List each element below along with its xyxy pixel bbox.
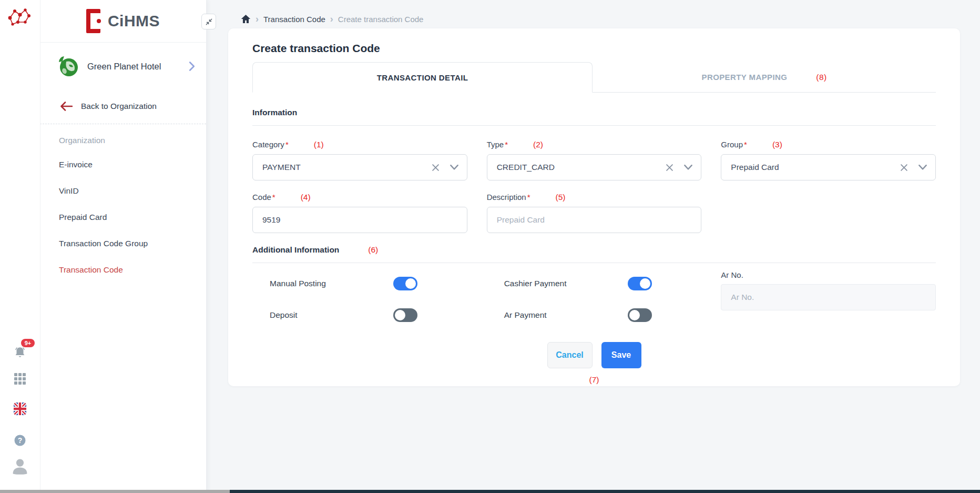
section-divider (252, 125, 936, 126)
additional-fields: Manual Posting Cashier Payment Ar No. De… (252, 270, 936, 328)
breadcrumb-transaction-code[interactable]: Transaction Code (263, 15, 325, 24)
required-asterisk: * (505, 140, 508, 149)
category-chevron-down-icon[interactable] (450, 165, 458, 170)
cancel-button[interactable]: Cancel (547, 342, 593, 368)
uk-flag-icon (14, 403, 26, 415)
sidebar-item-e-invoice[interactable]: E-invoice (59, 152, 206, 178)
annotation-6: (6) (368, 245, 378, 255)
category-field: Category* (1) PAYMENT (252, 140, 467, 180)
arrow-left-icon (60, 102, 73, 111)
green-planet-icon (56, 54, 80, 78)
annotation-5: (5) (556, 193, 566, 202)
cihms-door-icon (86, 9, 103, 34)
sidebar-item-prepaid-card[interactable]: Prepaid Card (59, 204, 206, 230)
bell-icon (13, 346, 27, 359)
required-asterisk: * (744, 140, 747, 149)
ar-payment-toggle[interactable] (628, 308, 652, 322)
form-actions: Cancel Save (252, 342, 936, 368)
group-value: Prepaid Card (731, 163, 890, 172)
type-field: Type* (2) CREDIT_CARD (487, 140, 702, 180)
toggle-knob (629, 310, 640, 320)
annotation-3: (3) (772, 140, 782, 149)
scrollbar-track (230, 490, 980, 493)
svg-text:?: ? (18, 436, 23, 445)
information-section-header: Information (252, 108, 936, 117)
sidebar: CiHMS Green Planet Hotel Back to Organiz… (40, 0, 207, 493)
type-chevron-down-icon[interactable] (684, 165, 692, 170)
notification-badge: 9+ (21, 339, 35, 347)
category-value: PAYMENT (262, 163, 421, 172)
breadcrumb-current: Create transaction Code (338, 15, 424, 24)
toggle-knob (640, 278, 650, 289)
category-label: Category (252, 140, 284, 149)
network-logo-icon (6, 5, 34, 28)
sidebar-item-transaction-code[interactable]: Transaction Code (59, 257, 206, 283)
sidebar-divider (40, 124, 206, 124)
group-label-row: Group * (3) (721, 140, 936, 149)
collapse-icon (205, 18, 213, 26)
user-profile-button[interactable] (9, 457, 30, 475)
ar-no-input[interactable] (721, 284, 936, 310)
type-label-row: Type* (2) (487, 140, 702, 149)
code-field: Code* (4) (252, 193, 467, 233)
help-button[interactable]: ? (9, 431, 30, 449)
notifications-button[interactable]: 9+ (9, 344, 30, 361)
deposit-toggle[interactable] (393, 308, 417, 322)
code-label-row: Code* (4) (252, 193, 467, 202)
sidebar-menu: Organization E-invoice VinID Prepaid Car… (40, 129, 206, 283)
cashier-payment-toggle[interactable] (628, 277, 652, 290)
home-icon[interactable] (241, 14, 251, 24)
description-input[interactable] (487, 207, 702, 233)
section-divider (252, 263, 936, 263)
required-asterisk: * (285, 140, 289, 149)
sidebar-item-transaction-code-group[interactable]: Transaction Code Group (59, 230, 206, 257)
category-label-row: Category* (1) (252, 140, 467, 149)
ar-no-label: Ar No. (721, 270, 743, 279)
manual-posting-row: Manual Posting (252, 270, 467, 297)
horizontal-scrollbar[interactable] (0, 490, 980, 493)
type-select[interactable]: CREDIT_CARD (487, 154, 702, 180)
toggle-knob (395, 310, 405, 320)
scrollbar-thumb[interactable] (0, 490, 230, 493)
language-button[interactable] (9, 400, 30, 418)
additional-section-header: Additional Information (6) (252, 245, 936, 255)
information-title: Information (252, 108, 297, 117)
page-title: Create transaction Code (252, 42, 936, 55)
information-fields: Category* (1) PAYMENT Type* (2) (252, 140, 936, 245)
group-chevron-down-icon[interactable] (918, 165, 927, 170)
tab-property-mapping[interactable]: PROPERTY MAPPING (8) (593, 62, 936, 92)
group-clear-icon[interactable] (900, 164, 908, 172)
apps-button[interactable] (9, 370, 30, 388)
annotation-1: (1) (314, 140, 324, 149)
description-field: Description* (5) (487, 193, 702, 233)
manual-posting-toggle[interactable] (393, 277, 417, 290)
ar-no-field: Ar No. (721, 270, 936, 328)
collapse-sidebar-button[interactable] (201, 14, 216, 29)
toggle-knob (405, 278, 416, 289)
annotation-8: (8) (816, 73, 826, 82)
app-logo: CiHMS (40, 0, 206, 43)
save-button[interactable]: Save (601, 342, 641, 368)
deposit-label: Deposit (270, 310, 393, 320)
annotation-2: (2) (533, 140, 543, 149)
tab-transaction-detail[interactable]: TRANSACTION DETAIL (252, 62, 593, 93)
tab-property-mapping-label: PROPERTY MAPPING (702, 73, 788, 82)
type-clear-icon[interactable] (666, 164, 673, 172)
required-asterisk: * (272, 193, 275, 202)
ar-payment-row: Ar Payment (487, 302, 702, 328)
category-select[interactable]: PAYMENT (252, 154, 467, 180)
sidebar-item-vinid[interactable]: VinID (59, 178, 206, 204)
code-label: Code (252, 193, 271, 202)
annotation-7: (7) (252, 375, 936, 385)
icon-rail: 9+ ? (0, 0, 40, 493)
code-input[interactable] (252, 207, 467, 233)
property-selector[interactable]: Green Planet Hotel (40, 50, 206, 83)
property-name: Green Planet Hotel (87, 62, 188, 72)
category-clear-icon[interactable] (432, 164, 440, 172)
back-to-organization-link[interactable]: Back to Organization (40, 98, 206, 114)
required-asterisk: * (527, 193, 530, 202)
group-select[interactable]: Prepaid Card (721, 154, 936, 180)
tab-bar: TRANSACTION DETAIL PROPERTY MAPPING (8) (252, 62, 936, 93)
manual-posting-label: Manual Posting (270, 279, 393, 288)
app-logo-text: CiHMS (108, 12, 160, 30)
